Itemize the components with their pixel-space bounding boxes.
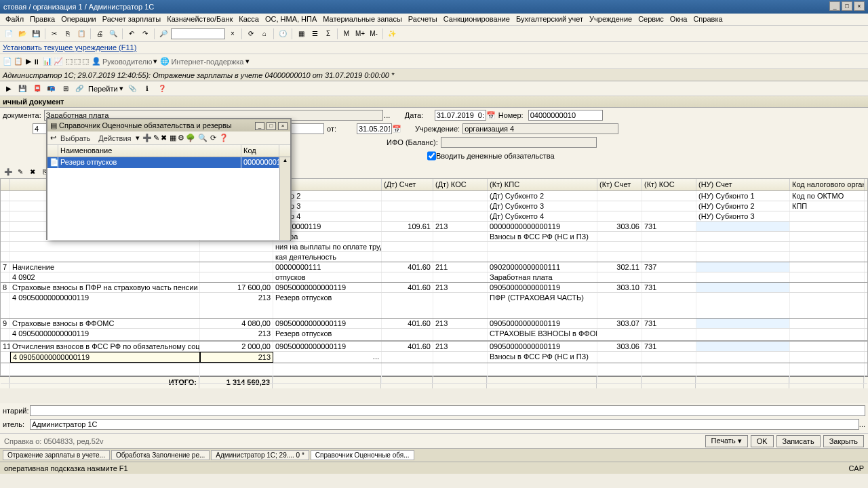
doc-link-icon[interactable]: 🔗	[73, 83, 85, 95]
obligations-checkbox[interactable]	[427, 150, 436, 161]
menu-org[interactable]: Учреждение	[587, 15, 635, 24]
doc-run-icon[interactable]: ▶	[3, 83, 15, 95]
menu-acc[interactable]: Бухгалтерский учет	[513, 15, 586, 24]
sub-btn4[interactable]: ⏸	[33, 58, 40, 66]
doc-struct-icon[interactable]: ⊞	[60, 83, 72, 95]
menu-calc[interactable]: Расчеты	[406, 15, 440, 24]
executor-select-icon[interactable]: ...	[859, 420, 865, 428]
sub-btn2[interactable]: 📋	[14, 57, 23, 66]
menu-salary[interactable]: Расчет зарплаты	[100, 15, 164, 24]
table-row-sub[interactable]: 4 09050000000000119213...Взносы в ФСС РФ…	[1, 352, 867, 363]
save-icon[interactable]: 💾	[30, 28, 42, 40]
open-icon[interactable]: 📂	[16, 28, 28, 40]
menu-svc[interactable]: Сервис	[635, 15, 667, 24]
menu-edit[interactable]: Правка	[27, 15, 58, 24]
select-icon[interactable]: ↩	[50, 134, 56, 142]
popup-minimize-icon[interactable]: _	[255, 122, 264, 130]
doc-info-icon[interactable]: ℹ	[141, 83, 153, 95]
doc-save-icon[interactable]: 💾	[16, 83, 28, 95]
undo-icon[interactable]: ↶	[125, 28, 138, 40]
uchr-field[interactable]	[462, 123, 618, 134]
popup-help-icon[interactable]: ❓	[219, 134, 229, 142]
doc-post-icon[interactable]: 📮	[31, 83, 43, 95]
menu-bank[interactable]: Казначейство/Банк	[164, 15, 235, 24]
col-dt-sch[interactable]: (Дт) Счет	[382, 179, 433, 190]
sub-btn6[interactable]: 📈	[54, 57, 63, 66]
sub-btn8[interactable]: ⬚	[74, 57, 81, 66]
set-org-link[interactable]: Установить текущее учреждение (F11)	[3, 43, 136, 52]
list-icon[interactable]: ☰	[309, 28, 321, 40]
edit-row-icon[interactable]: ✎	[15, 166, 26, 177]
sub-btn3[interactable]: ▶	[26, 57, 31, 66]
table-row[interactable]: 11Отчисления взносов в ФСС РФ по обязате…	[1, 342, 867, 352]
close-button[interactable]: ×	[854, 1, 865, 11]
popup-add-icon[interactable]: ➕	[142, 134, 152, 142]
minimize-button[interactable]: _	[829, 1, 840, 11]
person-icon[interactable]: 👤	[92, 57, 101, 66]
popup-hier-icon[interactable]: 🌳	[186, 134, 195, 142]
maximize-button[interactable]: □	[842, 1, 852, 11]
sub-btn7[interactable]: ⬚	[66, 57, 73, 66]
sub-btn1[interactable]: 📄	[3, 57, 12, 66]
select-link[interactable]: Выбрать	[58, 134, 93, 142]
redo-icon[interactable]: ↷	[139, 28, 151, 40]
sub-btn5[interactable]: 📊	[43, 57, 52, 66]
paste-icon[interactable]: 📋	[75, 28, 87, 40]
col-tax[interactable]: Код налогового органа	[790, 179, 865, 190]
cut-icon[interactable]: ✂	[48, 28, 60, 40]
new-icon[interactable]: 📄	[3, 28, 15, 40]
support-link[interactable]: Интернет-поддержка	[171, 58, 243, 66]
globe-icon[interactable]: 🌐	[160, 57, 170, 66]
doc-unpost-icon[interactable]: 📭	[45, 83, 57, 95]
mminus-icon[interactable]: M-	[368, 28, 380, 40]
ok-button[interactable]: OK	[751, 435, 774, 447]
popup-row-selected[interactable]: 📄 Резерв отпусков 000000001	[47, 157, 290, 168]
popup-scrollbar[interactable]: ▲	[279, 157, 290, 240]
add-row-icon[interactable]: ➕	[3, 166, 14, 177]
popup-col-name[interactable]: Наименование	[58, 145, 241, 157]
doc-help-icon[interactable]: ❓	[156, 83, 168, 95]
col-kt-kos[interactable]: (Кт) КОС	[642, 179, 696, 190]
search-input[interactable]	[171, 28, 225, 39]
calendar2-icon[interactable]: 📅	[392, 125, 401, 134]
table-row-sub[interactable]: 4 09050000000000119213Резерв отпусковСТР…	[1, 329, 867, 341]
popup-maximize-icon[interactable]: □	[267, 122, 276, 130]
executor-field[interactable]	[30, 419, 859, 430]
ifo-field[interactable]	[441, 137, 597, 148]
col-nu-sch[interactable]: (НУ) Счет	[696, 179, 790, 190]
date-field[interactable]	[435, 110, 486, 121]
popup-edit-icon[interactable]: ✎	[153, 134, 159, 142]
popup-filter-icon[interactable]: ⚙	[178, 134, 184, 142]
home-icon[interactable]: ⌂	[258, 28, 271, 40]
table-row[interactable]: 8Страховые взносы в ПФР на страховую час…	[1, 283, 867, 293]
menu-os[interactable]: ОС, НМА, НПА	[262, 15, 319, 24]
menu-kassa[interactable]: Касса	[236, 15, 262, 24]
popup-col-code[interactable]: Код	[241, 145, 279, 157]
delete-row-icon[interactable]: ✖	[27, 166, 38, 177]
print-button[interactable]: Печать ▾	[705, 435, 748, 447]
task-tab-4[interactable]: Справочник Оценочные обя...	[311, 450, 414, 460]
refresh-icon[interactable]: ⟳	[245, 28, 257, 40]
actions-link[interactable]: Действия	[96, 134, 134, 142]
sub-btn9[interactable]: ⬚	[82, 57, 89, 66]
comment-field[interactable]	[30, 405, 865, 416]
popup-close-icon[interactable]: ×	[278, 122, 288, 130]
calendar-icon[interactable]: 📅	[486, 111, 496, 120]
rukovoditel-link[interactable]: Руководителю	[102, 58, 152, 66]
nomer-field[interactable]	[528, 110, 603, 121]
popup-delete-icon[interactable]: ✖	[161, 134, 167, 142]
menu-ops[interactable]: Операции	[58, 15, 98, 24]
m-icon[interactable]: M	[340, 28, 353, 40]
ot-date-field[interactable]	[357, 123, 392, 134]
clear-search-icon[interactable]: ×	[226, 28, 239, 40]
mplus-icon[interactable]: M+	[354, 28, 366, 40]
preview-icon[interactable]: 🔍	[107, 28, 119, 40]
task-tab-1[interactable]: Отражение зарплаты в учете...	[3, 450, 110, 460]
col-kt-kps[interactable]: (Кт) КПС	[488, 179, 597, 190]
col-kt-sch[interactable]: (Кт) Счет	[597, 179, 642, 190]
time-icon[interactable]: 🕐	[277, 28, 289, 40]
print-icon[interactable]: 🖨	[94, 28, 106, 40]
copy-icon[interactable]: ⎘	[62, 28, 74, 40]
calc-icon[interactable]: ▦	[295, 28, 307, 40]
popup-refresh-icon[interactable]: ⟳	[210, 134, 216, 142]
